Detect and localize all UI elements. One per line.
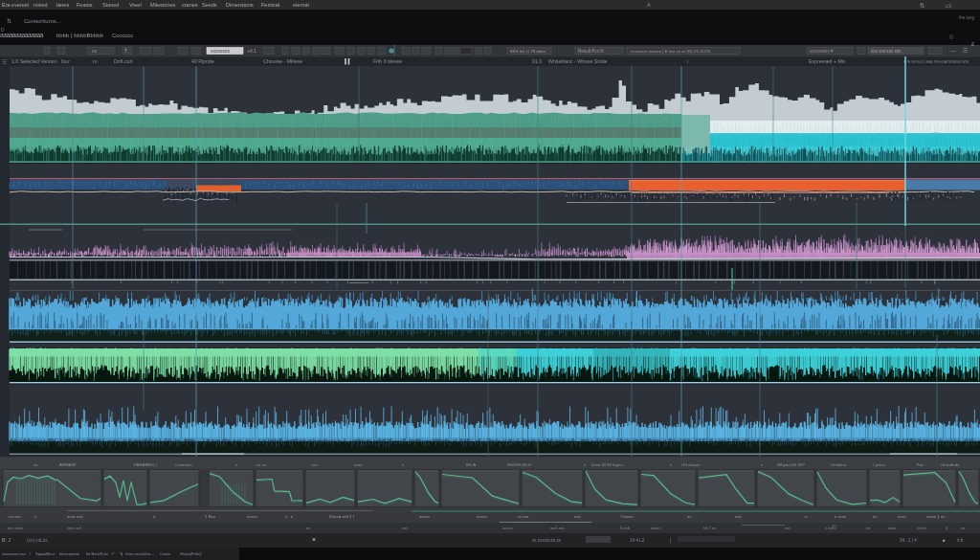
svg-text:88.5 mL C 79 mbar: 88.5 mL C 79 mbar bbox=[510, 49, 546, 54]
svg-text:RM,MX,IM,S: RM,MX,IM,S bbox=[507, 462, 531, 467]
svg-text:xxxx xxx: xxxx xxx bbox=[67, 514, 83, 519]
svg-text:xxxx: xxxx bbox=[898, 514, 907, 519]
svg-text:c3: c3 bbox=[946, 3, 952, 9]
svg-text:xxxxx: xxxxx bbox=[419, 514, 431, 519]
svg-text:Expressed + Mix: Expressed + Mix bbox=[809, 58, 846, 64]
svg-text:Txxxxx: Txxxxx bbox=[620, 514, 634, 519]
svg-text:Whiteblanc - Whose Stride: Whiteblanc - Whose Stride bbox=[548, 58, 608, 64]
svg-text:Interception: Interception bbox=[59, 551, 79, 556]
svg-text:bbbb | bbbbBbbbb: bbbb | bbbbBbbbb bbox=[56, 33, 104, 38]
svg-text:xxx: xxx bbox=[785, 526, 791, 530]
svg-text:xxx: xxx bbox=[311, 462, 318, 467]
svg-text:xxxx: xxxx bbox=[354, 462, 364, 467]
svg-text:⤺: ⤺ bbox=[832, 523, 837, 528]
svg-text:xx xx: xx xx bbox=[256, 462, 267, 467]
svg-text:xxxxxxxx xxxxxx | E xxx xx xx: xxxxxxxx xxxxxx | E xxx xx xx (N) 26.21/… bbox=[631, 49, 711, 54]
svg-text:m: m bbox=[93, 58, 97, 64]
svg-text:Chinoise - Miltese: Chinoise - Miltese bbox=[263, 58, 302, 64]
svg-text:xxxx: xxxx bbox=[888, 526, 897, 530]
svg-text:xxxxxxxxx xxx: xxxxxxxxx xxx bbox=[2, 551, 26, 556]
svg-text:—: — bbox=[950, 48, 956, 54]
svg-text:xxx: xxx bbox=[735, 514, 742, 519]
svg-text:Stoned: Stoned bbox=[102, 2, 119, 8]
svg-text:Vreel: Vreel bbox=[129, 2, 142, 8]
svg-text:xx/xx 1 xx: xx/xx 1 xx bbox=[926, 514, 946, 519]
svg-text:PARAMED |: PARAMED | bbox=[134, 462, 157, 467]
svg-text:Frib X blesse: Frib X blesse bbox=[373, 58, 402, 64]
svg-text:xxx: xxx bbox=[402, 526, 409, 530]
svg-text:Int BarUS.txt: Int BarUS.txt bbox=[86, 551, 109, 556]
svg-text:Cxxxx: Cxxxx bbox=[160, 551, 170, 556]
svg-text:Feasts: Feasts bbox=[77, 2, 93, 8]
svg-text:i: i bbox=[687, 58, 688, 64]
svg-text:©: © bbox=[949, 34, 954, 40]
svg-text:xxxxx: xxxxx bbox=[502, 526, 513, 530]
svg-text:Drift curl: Drift curl bbox=[114, 58, 132, 64]
svg-text:the long: the long bbox=[959, 15, 975, 20]
svg-text:Seeds: Seeds bbox=[202, 2, 217, 8]
svg-text:Era everest: Era everest bbox=[2, 2, 30, 8]
svg-text:lanes: lanes bbox=[56, 2, 69, 8]
svg-text:xxxxx: xxxxx bbox=[477, 514, 488, 519]
svg-text:1:0 Selected Version: 1:0 Selected Version bbox=[11, 58, 57, 64]
svg-text:Xxxx xxxxxXxx…: Xxxx xxxxxXxx… bbox=[125, 551, 154, 556]
svg-text:x xxxx: x xxxx bbox=[835, 514, 847, 519]
svg-text:Dimensions: Dimensions bbox=[226, 2, 254, 8]
svg-text:xxx xxxx: xxx xxxx bbox=[8, 526, 24, 530]
svg-text:Milestones: Milestones bbox=[150, 2, 176, 8]
svg-text:Common: Common bbox=[175, 462, 192, 467]
svg-text:+x.xxx: +x.xxx bbox=[517, 514, 529, 519]
svg-text:Festival: Festival bbox=[261, 2, 279, 8]
svg-text:/ years: / years bbox=[873, 462, 886, 467]
svg-text:14 4 L2: 14 4 L2 bbox=[630, 538, 645, 543]
svg-text:xx xxxxxxxx xx: xx xxxxxxxx xx bbox=[532, 538, 562, 543]
svg-text:xxxxxxxxx #: xxxxxxxxx # bbox=[810, 49, 834, 54]
svg-text:Dxxxb.xxll 2 f: Dxxxb.xxll 2 f bbox=[329, 514, 355, 519]
svg-text:☰: ☰ bbox=[2, 59, 7, 65]
svg-text:xxxl xxx: xxxl xxx bbox=[550, 526, 566, 530]
svg-text:xxxxxxxx: xxxxxxxx bbox=[211, 48, 231, 54]
svg-text:Whynot,IN IM?: Whynot,IN IM? bbox=[777, 462, 806, 467]
svg-text:x . x: x . x bbox=[285, 514, 294, 519]
svg-text:BS-A: BS-A bbox=[466, 462, 476, 467]
svg-text:Consortiums…: Consortiums… bbox=[24, 18, 62, 24]
svg-text:W/E WOULD B/ALP/LEUATW/MSS WIS: W/E WOULD B/ALP/LEUATW/MSS WIS bbox=[903, 60, 969, 64]
svg-text:xxx: xxx bbox=[574, 514, 581, 519]
svg-text:mixed: mixed bbox=[33, 2, 48, 8]
svg-text:2 Bxx: 2 Bxx bbox=[205, 514, 216, 519]
svg-text:☰: ☰ bbox=[963, 48, 968, 54]
svg-text:⇅: ⇅ bbox=[920, 2, 925, 9]
svg-text:SquadBeat: SquadBeat bbox=[35, 551, 56, 556]
svg-text:xx/xx: xx/xx bbox=[917, 526, 926, 530]
svg-text:01.0: 01.0 bbox=[532, 58, 542, 64]
svg-text:A: A bbox=[647, 2, 651, 8]
svg-text:⇅: ⇅ bbox=[7, 18, 11, 24]
svg-text:eternal: eternal bbox=[293, 2, 309, 8]
svg-text:txl 2 xx: txl 2 xx bbox=[703, 526, 717, 530]
svg-text:Untitlere: Untitlere bbox=[831, 462, 847, 467]
svg-text:xxx xxx xxx xxx: xxx xxx xxx xxx bbox=[871, 49, 902, 54]
svg-text:Grandade: Grandade bbox=[941, 462, 960, 467]
svg-text:(xx) xxLxx: (xx) xxLxx bbox=[27, 538, 48, 543]
svg-text:40 Riprdte: 40 Riprdte bbox=[191, 58, 214, 64]
svg-text:34 : 1 | 4: 34 : 1 | 4 bbox=[900, 538, 917, 543]
svg-text:Data IN 30 layers: Data IN 30 layers bbox=[591, 462, 625, 467]
svg-text:√*: √* bbox=[111, 551, 115, 556]
svg-text:+4.1: +4.1 bbox=[247, 48, 256, 54]
svg-text:ARMANI: ARMANI bbox=[59, 462, 76, 467]
svg-text:aaaaaaaaaaaaaa: aaaaaaaaaaaaaa bbox=[0, 32, 44, 38]
svg-text:B: J: B: J bbox=[2, 537, 11, 543]
svg-text:xx: xx bbox=[92, 48, 98, 54]
svg-text:xxxxx: xxxxx bbox=[651, 526, 661, 530]
svg-text:cranes: cranes bbox=[182, 2, 198, 8]
svg-text:Ccccccc: Ccccccc bbox=[112, 33, 133, 38]
svg-text:Result Pxx N: Result Pxx N bbox=[578, 49, 604, 54]
svg-text:four: four bbox=[61, 58, 70, 64]
svg-text:xxxx xxl: xxxx xxl bbox=[67, 526, 81, 530]
svg-text:US drawn: US drawn bbox=[681, 462, 701, 467]
svg-text:T: T bbox=[124, 48, 127, 54]
svg-text:Hxxxx(Fxlix)!: Hxxxx(Fxlix)! bbox=[180, 551, 202, 556]
svg-text:-xx xxx: -xx xxx bbox=[8, 514, 21, 519]
svg-text:xxxxx: xxxxx bbox=[247, 514, 258, 519]
svg-text:5,xxb: 5,xxb bbox=[620, 526, 631, 530]
